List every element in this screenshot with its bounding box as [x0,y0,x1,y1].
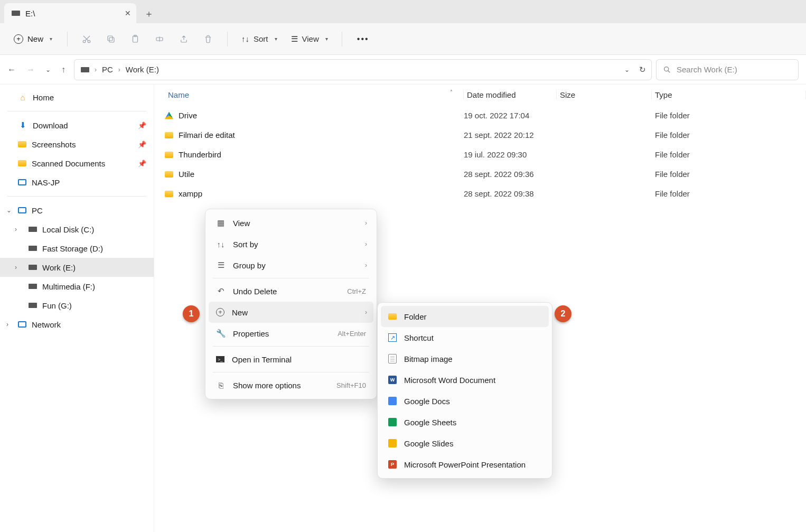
delete-icon[interactable] [198,29,219,50]
file-name: Utile [179,170,194,179]
submenu-shortcut[interactable]: ↗Shortcut [381,327,549,348]
file-type: File folder [652,170,806,179]
paste-icon[interactable] [125,29,146,50]
pin-icon[interactable]: 📌 [138,160,146,167]
column-date-label: Date modified [467,90,516,99]
tab-active[interactable]: E:\ ✕ [4,3,136,23]
sidebar-drive-c[interactable]: › Local Disk (C:) [0,220,154,239]
ctx-terminal[interactable]: >_Open in Terminal [209,349,373,370]
bitmap-icon [388,354,397,363]
share-icon[interactable] [173,29,194,50]
ctx-view[interactable]: ▦View› [209,212,373,234]
column-name[interactable]: Name˄ [165,90,464,99]
up-button[interactable]: ↑ [61,65,65,74]
submenu-label: Google Docs [404,397,541,406]
plus-circle-icon: + [216,308,224,316]
chevron-right-icon: › [118,66,120,73]
file-name: xampp [179,189,202,198]
ctx-label: New [232,308,366,317]
chevron-right-icon[interactable]: › [6,321,8,328]
pin-icon[interactable]: 📌 [138,141,146,148]
sidebar-drive-d[interactable]: Fast Storage (D:) [0,239,154,258]
new-label: New [27,34,43,43]
ctx-shortcut: Shift+F10 [336,381,366,389]
view-button[interactable]: ☰ View ▾ [286,31,333,47]
nav-arrows: ← → ⌄ ↑ [7,65,70,74]
submenu-word[interactable]: WMicrosoft Word Document [381,369,549,390]
submenu-ppt[interactable]: PMicrosoft PowerPoint Presentation [381,454,549,475]
copy-icon[interactable] [100,29,121,50]
chevron-right-icon[interactable]: › [15,226,17,233]
more-button[interactable]: ••• [351,34,376,44]
separator [227,32,228,46]
sidebar-quick-nas[interactable]: NAS-JP [0,173,154,192]
ctx-group-by[interactable]: ☰Group by› [209,255,373,276]
file-name: Drive [179,111,197,120]
sidebar-item-label: NAS-JP [32,178,60,187]
chevron-down-icon: ▾ [50,36,52,42]
sidebar-quick-scanned[interactable]: Scanned Documents 📌 [0,154,154,173]
sidebar-drive-e[interactable]: › Work (E:) [0,258,154,277]
forward-button[interactable]: → [26,65,35,74]
pin-icon[interactable]: 📌 [138,122,146,129]
table-row[interactable]: Filmari de editat21 sept. 2022 20:12File… [154,125,806,145]
folder-icon [165,171,173,178]
file-type: File folder [652,130,806,139]
address-bar[interactable]: › PC › Work (E:) ⌄ ↻ [74,59,652,80]
sidebar-network[interactable]: › Network [0,315,154,334]
table-row[interactable]: Utile28 sept. 2022 09:36File folder [154,164,806,184]
ctx-sort-by[interactable]: ↑↓Sort by› [209,234,373,255]
chevron-right-icon[interactable]: › [15,264,17,271]
sidebar-pc[interactable]: ⌄ PC [0,201,154,220]
submenu-gslides[interactable]: Google Slides [381,433,549,454]
refresh-icon[interactable]: ↻ [639,65,646,74]
ctx-properties[interactable]: 🔧PropertiesAlt+Enter [209,323,373,344]
breadcrumb-drive[interactable]: Work (E:) [126,65,159,74]
context-submenu-new: Folder ↗Shortcut Bitmap image WMicrosoft… [377,302,552,479]
separator [7,196,146,197]
sidebar-home[interactable]: ⌂ Home [0,88,154,107]
network-icon [18,321,26,328]
drive-icon [12,11,20,16]
group-icon: ☰ [216,260,226,270]
chevron-down-icon[interactable]: ⌄ [6,207,12,214]
sidebar-quick-screenshots[interactable]: Screenshots 📌 [0,135,154,154]
context-menu: ▦View› ↑↓Sort by› ☰Group by› ↶Undo Delet… [205,209,377,399]
new-tab-button[interactable]: ＋ [139,4,158,23]
column-size[interactable]: Size [557,90,652,99]
search-box[interactable]: Search Work (E:) [656,59,799,80]
column-date[interactable]: Date modified [464,90,557,99]
submenu-gdocs[interactable]: Google Docs [381,390,549,412]
recent-button[interactable]: ⌄ [45,66,51,73]
gslides-icon [388,439,397,447]
submenu-label: Microsoft PowerPoint Presentation [404,460,541,469]
cut-icon[interactable] [76,29,97,50]
address-dropdown-icon[interactable]: ⌄ [624,66,630,73]
new-button[interactable]: + New ▾ [7,31,59,47]
rename-icon[interactable] [149,29,170,50]
folder-icon [388,313,397,320]
sort-label: Sort [254,34,268,43]
ctx-label: Open in Terminal [232,355,366,364]
submenu-bitmap[interactable]: Bitmap image [381,348,549,369]
close-icon[interactable]: ✕ [125,9,131,17]
more-icon: ⎘ [216,380,226,390]
sidebar-quick-download[interactable]: ⬇ Download 📌 [0,116,154,135]
ctx-new[interactable]: +New› [209,302,373,323]
separator [67,32,68,46]
submenu-gsheets[interactable]: Google Sheets [381,412,549,433]
svg-rect-3 [108,36,113,41]
sort-button[interactable]: ↑↓ Sort ▾ [236,31,283,46]
ctx-more-options[interactable]: ⎘Show more optionsShift+F10 [209,375,373,396]
table-row[interactable]: Drive19 oct. 2022 17:04File folder [154,106,806,125]
sidebar-drive-f[interactable]: Multimedia (F:) [0,277,154,296]
back-button[interactable]: ← [7,65,16,74]
table-row[interactable]: xampp28 sept. 2022 09:38File folder [154,184,806,203]
drive-icon [29,246,37,251]
ctx-undo[interactable]: ↶Undo DeleteCtrl+Z [209,281,373,302]
breadcrumb-pc[interactable]: PC [102,65,113,74]
sidebar-drive-g[interactable]: Fun (G:) [0,296,154,315]
submenu-folder[interactable]: Folder [381,306,549,327]
table-row[interactable]: Thunderbird19 iul. 2022 09:30File folder [154,145,806,164]
column-type[interactable]: Type [652,90,806,99]
